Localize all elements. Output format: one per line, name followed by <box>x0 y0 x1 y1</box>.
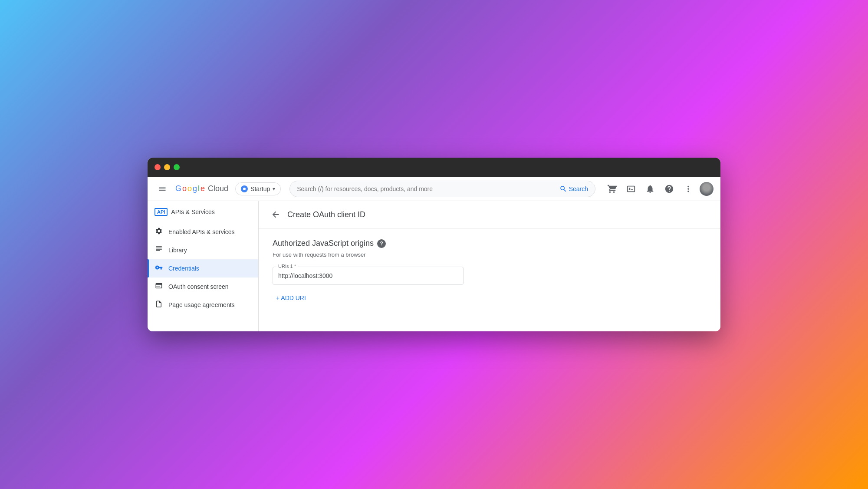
help-icon[interactable]: ? <box>377 239 386 248</box>
uri-field-container: URIs 1 * <box>273 267 464 285</box>
sidebar-item-label: OAuth consent screen <box>168 283 229 290</box>
uri-field-label: URIs 1 * <box>276 264 298 269</box>
oauth-consent-icon <box>155 282 163 291</box>
search-bar: Search <box>289 181 595 197</box>
sidebar-item-library[interactable]: Library <box>148 241 258 259</box>
uri-input[interactable] <box>278 271 458 281</box>
sidebar-item-enabled-apis[interactable]: Enabled APIs & services <box>148 223 258 241</box>
sidebar-header: API APIs & Services <box>148 205 258 223</box>
hamburger-menu[interactable] <box>155 181 170 197</box>
api-badge: API <box>155 208 168 216</box>
credentials-icon <box>155 264 163 273</box>
project-icon <box>241 185 248 192</box>
title-bar <box>148 158 720 177</box>
browser-window: Google Cloud Startup ▾ Search <box>148 158 720 331</box>
sidebar-item-oauth-consent[interactable]: OAuth consent screen <box>148 278 258 296</box>
minimize-button[interactable] <box>164 164 170 170</box>
nav-actions <box>604 181 713 197</box>
marketplace-icon-button[interactable] <box>604 181 620 197</box>
notifications-icon-button[interactable] <box>642 181 658 197</box>
content-body: Authorized JavaScript origins ? For use … <box>259 228 720 314</box>
terminal-icon-button[interactable] <box>623 181 639 197</box>
add-uri-label: + ADD URI <box>276 294 306 301</box>
more-options-button[interactable] <box>681 181 696 197</box>
sidebar-item-label: Page usage agreements <box>168 301 235 308</box>
content-area: Create OAuth client ID Authorized JavaSc… <box>259 201 720 331</box>
page-title: Create OAuth client ID <box>287 210 365 219</box>
project-name: Startup <box>250 185 270 192</box>
close-button[interactable] <box>155 164 161 170</box>
content-header: Create OAuth client ID <box>259 201 720 228</box>
back-button[interactable] <box>269 208 282 221</box>
sidebar-item-page-usage[interactable]: Page usage agreements <box>148 296 258 314</box>
maximize-button[interactable] <box>174 164 180 170</box>
section-subtitle: For use with requests from a browser <box>273 251 707 258</box>
top-nav: Google Cloud Startup ▾ Search <box>148 177 720 201</box>
main-layout: API APIs & Services Enabled APIs & servi… <box>148 201 720 331</box>
search-button[interactable]: Search <box>556 183 592 195</box>
section-title: Authorized JavaScript origins ? <box>273 239 707 248</box>
library-icon <box>155 245 163 255</box>
help-icon-button[interactable] <box>661 181 677 197</box>
search-button-label: Search <box>569 185 588 192</box>
avatar-image <box>700 182 713 196</box>
sidebar-item-label: Credentials <box>168 265 199 272</box>
sidebar-title: APIs & Services <box>171 208 214 215</box>
project-selector[interactable]: Startup ▾ <box>235 182 281 195</box>
search-icon <box>559 185 567 193</box>
add-uri-button[interactable]: + ADD URI <box>273 292 309 304</box>
sidebar-nav: Enabled APIs & services Library Credenti… <box>148 223 258 314</box>
sidebar-item-credentials[interactable]: Credentials <box>148 259 258 278</box>
google-cloud-logo: Google Cloud <box>175 184 228 193</box>
page-usage-icon <box>155 300 163 310</box>
sidebar: API APIs & Services Enabled APIs & servi… <box>148 201 259 331</box>
sidebar-item-label: Library <box>168 247 187 254</box>
chevron-down-icon: ▾ <box>273 186 275 192</box>
enabled-apis-icon <box>155 227 163 237</box>
avatar[interactable] <box>700 182 713 196</box>
sidebar-item-label: Enabled APIs & services <box>168 228 235 235</box>
search-input[interactable] <box>297 185 556 192</box>
